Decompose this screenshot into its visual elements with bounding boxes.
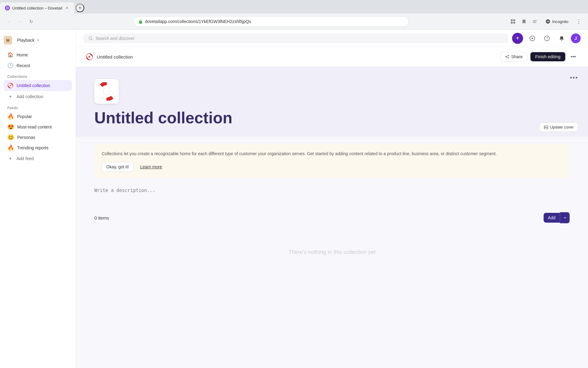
cover-more-button[interactable]: ••• <box>570 74 578 81</box>
collection-icon <box>7 82 13 89</box>
sidebar-item-must-read[interactable]: 😍 Must-read content <box>4 122 72 132</box>
lock-icon <box>138 19 143 24</box>
svg-point-28 <box>508 55 509 56</box>
add-button-group: Add <box>544 212 570 223</box>
sidebar-item-untitled-collection[interactable]: Untitled collection <box>4 80 72 91</box>
svg-rect-2 <box>139 21 142 24</box>
svg-rect-5 <box>511 22 513 24</box>
svg-rect-3 <box>511 19 513 21</box>
search-bar[interactable]: Search and discover <box>83 33 508 43</box>
play-button[interactable] <box>527 33 538 44</box>
sidebar-item-popular[interactable]: 🔥 Popular <box>4 111 72 122</box>
trending-emoji: 🔥 <box>7 145 14 151</box>
content-body: Collections let you create a recognizabl… <box>76 137 588 281</box>
add-feed-button[interactable]: + Add feed <box>4 153 72 164</box>
sidebar-item-personas[interactable]: 😊 Personas <box>4 132 72 143</box>
items-row: 0 items Add <box>94 210 570 226</box>
info-banner: Collections let you create a recognizabl… <box>94 144 570 178</box>
svg-point-30 <box>508 58 509 59</box>
url-text: dovetailapp.com/collections/1YkEfGW3lNEH… <box>145 19 404 24</box>
tab-search-icon[interactable] <box>531 17 539 26</box>
svg-point-13 <box>547 21 548 22</box>
sidebar-item-label: Personas <box>17 135 35 140</box>
sidebar-item-label: Recent <box>17 63 30 68</box>
svg-point-29 <box>506 56 507 57</box>
breadcrumb-title: Untitled collection <box>97 54 497 59</box>
add-collection-button[interactable]: + Add collection <box>4 91 72 102</box>
svg-text:?: ? <box>546 36 548 40</box>
sidebar-item-trending[interactable]: 🔥 Trending reports <box>4 143 72 153</box>
user-avatar[interactable]: J <box>571 33 581 43</box>
incognito-icon <box>545 19 550 24</box>
collection-breadcrumb-icon <box>86 53 93 60</box>
home-icon: 🏠 <box>7 52 13 58</box>
svg-marker-21 <box>532 37 533 39</box>
workspace-name: Playback <box>17 38 35 43</box>
svg-point-24 <box>561 40 562 41</box>
sidebar-item-label: Popular <box>17 114 32 119</box>
svg-rect-8 <box>533 21 536 22</box>
finish-editing-button[interactable]: Finish editing <box>530 52 566 61</box>
learn-more-button[interactable]: Learn more <box>136 162 167 172</box>
lifesaver-icon <box>97 82 116 101</box>
active-tab[interactable]: Untitled collection – Dovetail ✕ <box>0 2 74 13</box>
sidebar-item-recent[interactable]: 🕐 Recent <box>4 60 72 71</box>
add-collection-label: Add collection <box>17 94 43 99</box>
collection-header-bar: Untitled collection Share Finish editing… <box>76 47 588 67</box>
svg-line-31 <box>507 56 508 57</box>
help-button[interactable]: ? <box>541 33 552 44</box>
sidebar-item-home[interactable]: 🏠 Home <box>4 49 72 60</box>
svg-rect-7 <box>533 20 537 21</box>
update-cover-label: Update cover <box>550 125 574 129</box>
notifications-button[interactable] <box>556 33 567 44</box>
workspace-chevron-icon: ▾ <box>37 38 39 42</box>
forward-button[interactable]: → <box>16 17 24 26</box>
more-options-button[interactable]: ••• <box>568 52 578 62</box>
add-feed-icon: + <box>7 155 13 162</box>
add-button[interactable]: Add <box>544 213 560 223</box>
workspace-avatar: M <box>4 36 12 44</box>
svg-line-32 <box>507 57 508 58</box>
global-add-button[interactable]: + <box>512 33 523 44</box>
svg-line-19 <box>92 39 93 40</box>
reload-button[interactable]: ↻ <box>27 17 36 26</box>
browser-menu-button[interactable]: ⋮ <box>575 17 583 26</box>
svg-rect-4 <box>513 19 515 21</box>
svg-rect-6 <box>513 22 515 24</box>
add-icon: + <box>7 94 13 100</box>
collection-cover-icon[interactable] <box>94 79 119 104</box>
collection-name: Untitled collection <box>17 83 50 88</box>
svg-point-36 <box>103 88 110 95</box>
info-actions: Okay, got it! Learn more <box>102 162 562 172</box>
ok-got-it-button[interactable]: Okay, got it! <box>102 162 134 172</box>
search-icon <box>88 36 93 41</box>
new-tab-button[interactable]: + <box>76 4 84 12</box>
image-icon <box>544 125 548 129</box>
feeds-section-label: Feeds <box>0 102 76 111</box>
sidebar: M Playback ▾ 🏠 Home 🕐 Recent Collections <box>0 30 76 368</box>
workspace-button[interactable]: Playback ▾ <box>15 36 41 44</box>
share-icon <box>505 55 509 59</box>
tab-favicon <box>5 6 10 10</box>
sidebar-item-label: Trending reports <box>17 145 48 150</box>
empty-state: There's nothing in this collection yet <box>94 231 570 274</box>
sidebar-item-label: Home <box>17 52 28 57</box>
extensions-icon[interactable] <box>509 17 517 26</box>
chevron-down-icon <box>563 216 567 220</box>
incognito-button[interactable]: Incognito <box>542 18 572 25</box>
tab-close-button[interactable]: ✕ <box>65 6 70 10</box>
add-feed-label: Add feed <box>17 156 34 161</box>
description-input[interactable] <box>94 185 570 201</box>
address-bar[interactable]: dovetailapp.com/collections/1YkEfGW3lNEH… <box>133 16 409 27</box>
sidebar-item-label: Must-read content <box>17 125 52 129</box>
back-button[interactable]: ← <box>5 17 13 26</box>
info-text: Collections let you create a recognizabl… <box>102 150 562 157</box>
share-button[interactable]: Share <box>500 52 527 62</box>
items-count: 0 items <box>94 215 109 220</box>
svg-point-27 <box>89 56 90 58</box>
bookmark-icon[interactable] <box>520 17 528 26</box>
add-dropdown-button[interactable] <box>560 212 570 223</box>
must-read-emoji: 😍 <box>7 124 14 130</box>
collections-section-label: Collections <box>0 71 76 80</box>
update-cover-button[interactable]: Update cover <box>539 122 578 132</box>
